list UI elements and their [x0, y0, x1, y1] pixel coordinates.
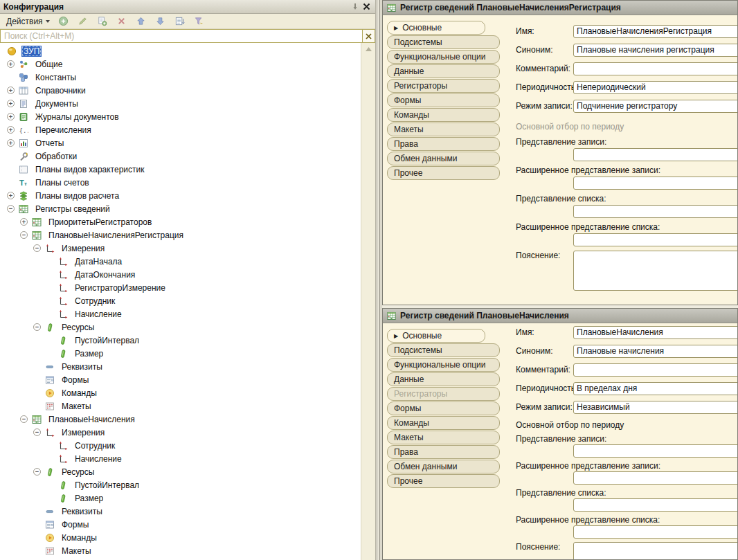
extended-record-presentation-input[interactable] — [573, 177, 738, 190]
tab-prava[interactable]: Права — [387, 137, 500, 151]
tree-item[interactable]: Реквизиты — [0, 505, 361, 518]
tree-item[interactable]: ДатаНачала — [0, 255, 361, 268]
tree-item[interactable]: −Измерения — [0, 242, 361, 255]
tree-item[interactable]: +Отчеты — [0, 136, 361, 150]
add-button[interactable] — [56, 15, 71, 28]
tab-komandy[interactable]: Команды — [387, 416, 500, 430]
collapse-icon[interactable]: − — [20, 231, 32, 239]
tree-item[interactable]: Макеты — [0, 399, 361, 413]
close-button[interactable] — [361, 2, 372, 12]
write-mode-input[interactable] — [573, 401, 738, 414]
collapse-icon[interactable]: − — [33, 468, 45, 476]
tree-item[interactable]: +Общие — [0, 57, 361, 71]
expand-icon[interactable]: + — [7, 139, 19, 147]
extended-record-presentation-input[interactable] — [573, 471, 738, 485]
tab-registratory[interactable]: Регистраторы — [387, 387, 500, 401]
tree-item[interactable]: Размер — [0, 347, 361, 360]
edit-button[interactable] — [75, 15, 90, 28]
tab-makety[interactable]: Макеты — [387, 431, 500, 444]
tree-item[interactable]: ПустойИнтервал — [0, 334, 361, 347]
tab-formy[interactable]: Формы — [387, 401, 500, 415]
tree-item[interactable]: −Измерения — [0, 426, 361, 439]
tab-funkcionalnye-opcii[interactable]: Функциональные опции — [387, 358, 500, 372]
tree-item[interactable]: −Регистры сведений — [0, 202, 361, 215]
tab-prava[interactable]: Права — [387, 445, 500, 459]
expand-icon[interactable]: + — [7, 60, 19, 68]
name-input[interactable] — [573, 326, 738, 339]
comment-input[interactable] — [573, 62, 738, 75]
tree-item[interactable]: Константы — [0, 71, 361, 84]
sort-list-button[interactable] — [172, 15, 187, 28]
tree-item[interactable]: Формы — [0, 373, 361, 386]
tree-item[interactable]: Размер — [0, 491, 361, 505]
collapse-icon[interactable]: − — [33, 428, 45, 436]
tree-item[interactable]: Реквизиты — [0, 360, 361, 373]
collapse-icon[interactable]: − — [33, 244, 45, 252]
tab-obmen-dannymi[interactable]: Обмен данными — [387, 152, 500, 165]
tree-item[interactable]: −ПлановыеНачисления — [0, 413, 361, 426]
tab-komandy[interactable]: Команды — [387, 108, 500, 122]
explanation-input[interactable] — [573, 542, 738, 560]
tree-item[interactable]: +{..}Перечисления — [0, 123, 361, 136]
periodicity-input[interactable] — [573, 382, 738, 395]
record-presentation-input[interactable] — [573, 444, 738, 458]
tab-obmen-dannymi[interactable]: Обмен данными — [387, 460, 500, 473]
tree-item[interactable]: ПустойИнтервал — [0, 478, 361, 491]
tree-item[interactable]: Макеты — [0, 544, 361, 557]
tab-funkcionalnye-opcii[interactable]: Функциональные опции — [387, 50, 500, 64]
tree-item[interactable]: Планы видов характеристик — [0, 163, 361, 176]
tab-registratory[interactable]: Регистраторы — [387, 79, 500, 93]
explanation-input[interactable] — [573, 251, 738, 291]
tree-item[interactable]: −ПлановыеНачисленияРегистрация — [0, 228, 361, 242]
tree-item[interactable]: Начисление — [0, 452, 361, 465]
tab-osnovnye[interactable]: ▶Основные — [387, 21, 485, 35]
tree-item[interactable]: +ПриоритетыРегистраторов — [0, 215, 361, 228]
tab-makety[interactable]: Макеты — [387, 123, 500, 136]
record-presentation-input[interactable] — [573, 148, 738, 161]
extended-list-presentation-input[interactable] — [573, 233, 738, 246]
collapse-icon[interactable]: − — [7, 205, 19, 213]
move-down-button[interactable] — [153, 15, 168, 28]
search-clear-button[interactable] — [362, 29, 375, 43]
tree-item[interactable]: Обработки — [0, 150, 361, 163]
tree-item[interactable]: +Справочники — [0, 84, 361, 97]
tab-dannye[interactable]: Данные — [387, 64, 500, 78]
tab-prochee[interactable]: Прочее — [387, 166, 500, 180]
extended-list-presentation-input[interactable] — [573, 525, 738, 539]
tree-item[interactable]: −Ресурсы — [0, 320, 361, 334]
move-up-button[interactable] — [134, 15, 148, 28]
tree-item[interactable]: +Документы — [0, 97, 361, 110]
tree-item[interactable]: +Планы видов расчета — [0, 189, 361, 202]
tab-podsistemy[interactable]: Подсистемы — [387, 343, 500, 357]
tree-item[interactable]: ДатаОкончания — [0, 268, 361, 281]
expand-icon[interactable]: + — [7, 100, 19, 107]
expand-icon[interactable]: + — [7, 87, 19, 94]
scroll-up-button[interactable] — [361, 43, 375, 55]
tree-item[interactable]: Сотрудник — [0, 294, 361, 307]
periodicity-input[interactable] — [573, 81, 738, 94]
expand-icon[interactable]: + — [7, 126, 19, 134]
tab-prochee[interactable]: Прочее — [387, 474, 500, 488]
tab-osnovnye[interactable]: ▶Основные — [387, 329, 485, 343]
tree-item[interactable]: Сотрудник — [0, 439, 361, 452]
filter-button[interactable] — [192, 15, 206, 28]
synonym-input[interactable] — [573, 44, 738, 57]
tree-item[interactable]: Команды — [0, 386, 361, 399]
expand-icon[interactable]: + — [7, 192, 19, 199]
expand-icon[interactable]: + — [7, 113, 19, 120]
copy-button[interactable] — [95, 15, 109, 28]
tab-podsistemy[interactable]: Подсистемы — [387, 35, 500, 49]
tree-scrollbar[interactable] — [361, 43, 375, 560]
search-input[interactable] — [0, 29, 362, 43]
tree-item[interactable]: ЗУП — [0, 44, 361, 57]
panel-splitter[interactable] — [376, 0, 382, 560]
tab-dannye[interactable]: Данные — [387, 372, 500, 386]
name-input[interactable] — [573, 25, 738, 38]
comment-input[interactable] — [573, 363, 738, 377]
tree-item[interactable]: РегистраторИзмерение — [0, 281, 361, 294]
list-presentation-input[interactable] — [573, 498, 738, 512]
tree-item[interactable]: TтПланы счетов — [0, 176, 361, 189]
tree-item[interactable]: −Ресурсы — [0, 465, 361, 478]
write-mode-input[interactable] — [573, 100, 738, 113]
tree-item[interactable]: Команды — [0, 531, 361, 544]
